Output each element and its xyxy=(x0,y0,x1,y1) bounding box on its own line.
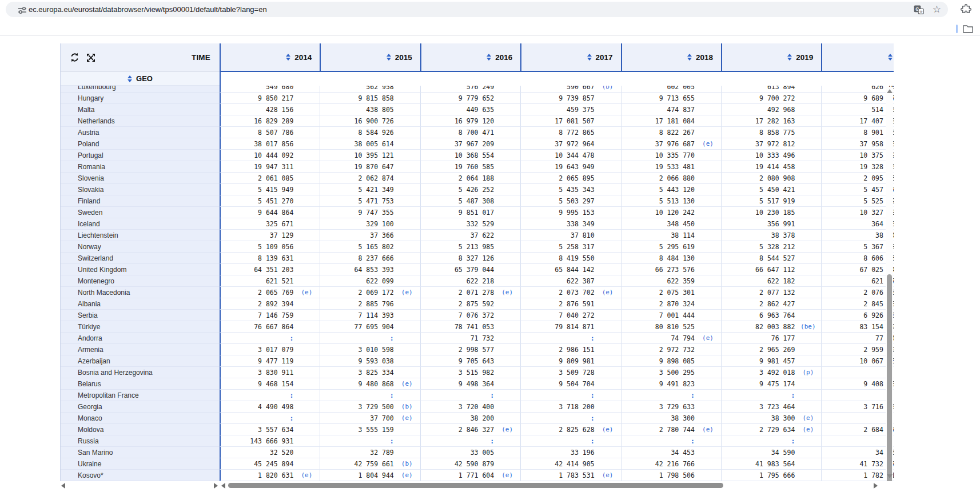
data-cell[interactable]: 38 200 xyxy=(420,413,520,424)
data-cell[interactable]: : xyxy=(621,390,721,401)
data-cell[interactable]: 10 333 496 xyxy=(721,150,821,161)
url-bar[interactable]: ec.europa.eu/eurostat/databrowser/view/t… xyxy=(6,2,948,17)
data-cell[interactable]: 3 010 598 xyxy=(320,344,420,355)
data-cell[interactable]: : xyxy=(721,435,821,447)
data-cell[interactable]: 9 850 217 xyxy=(220,93,320,104)
data-cell[interactable]: 37 700(e) xyxy=(320,413,420,424)
data-cell[interactable]: 5 109 056 xyxy=(220,241,320,253)
data-cell[interactable]: 9 689 37 xyxy=(821,93,894,104)
data-cell[interactable]: 2 095 86 xyxy=(821,173,894,184)
data-cell[interactable]: 9 468 154 xyxy=(220,378,320,390)
data-cell[interactable]: : xyxy=(220,413,320,424)
year-header-2017[interactable]: 2017 xyxy=(520,43,620,72)
data-cell[interactable]: 10 067 10 xyxy=(821,355,894,367)
sort-icon[interactable] xyxy=(487,54,491,61)
swap-axes-icon[interactable] xyxy=(70,53,79,62)
data-cell[interactable]: 2 073 702(e) xyxy=(520,287,620,298)
data-cell[interactable]: 64 351 203 xyxy=(220,264,320,275)
data-cell[interactable]: 7 076 372 xyxy=(420,310,520,321)
data-cell[interactable]: 5 258 317 xyxy=(520,241,620,253)
data-cell[interactable]: 10 368 554 xyxy=(420,150,520,161)
data-cell[interactable]: 19 643 949 xyxy=(520,161,620,173)
sort-icon[interactable] xyxy=(387,54,391,61)
data-cell[interactable]: 8 484 130 xyxy=(621,253,721,264)
data-cell[interactable]: 66 273 576 xyxy=(621,264,721,275)
data-hscrollbar[interactable] xyxy=(220,482,894,490)
data-cell[interactable]: 549 680 xyxy=(220,86,320,93)
data-cell[interactable]: 19 414 458 xyxy=(721,161,821,173)
vertical-scroll-thumb[interactable] xyxy=(887,274,892,481)
geo-cell[interactable]: Finland xyxy=(61,195,220,207)
data-cell[interactable]: 2 065 769(e) xyxy=(220,287,320,298)
data-cell[interactable]: 3 723 464 xyxy=(721,401,821,413)
data-cell[interactable]: 37 972 964 xyxy=(520,138,620,150)
data-cell[interactable]: 17 181 084 xyxy=(621,115,721,127)
expand-table-icon[interactable] xyxy=(86,53,95,62)
data-cell[interactable]: 2 885 796 xyxy=(320,298,420,310)
data-cell[interactable]: 37 958 13 xyxy=(821,138,894,150)
data-cell[interactable]: 2 077 132 xyxy=(721,287,821,298)
data-cell[interactable]: 9 809 981 xyxy=(520,355,620,367)
data-cell[interactable]: 64 853 393 xyxy=(320,264,420,275)
data-cell[interactable]: 38 017 856 xyxy=(220,138,320,150)
data-cell[interactable]: : xyxy=(420,390,520,401)
data-cell[interactable]: 2 075 301 xyxy=(621,287,721,298)
data-cell[interactable]: 2 076 25 xyxy=(821,287,894,298)
geo-cell[interactable]: Monaco xyxy=(61,413,220,424)
data-cell[interactable]: 613 894 xyxy=(721,86,821,93)
data-cell[interactable]: 10 344 478 xyxy=(520,150,620,161)
data-cell[interactable]: 37 972 812 xyxy=(721,138,821,150)
data-cell[interactable]: 37 622 xyxy=(420,230,520,241)
data-cell[interactable]: 37 129 xyxy=(220,230,320,241)
data-cell[interactable]: 19 947 311 xyxy=(220,161,320,173)
data-cell[interactable]: 5 503 297 xyxy=(520,195,620,207)
extensions-icon[interactable] xyxy=(960,3,972,15)
data-cell[interactable]: 8 139 631 xyxy=(220,253,320,264)
geo-header-cell[interactable]: GEO xyxy=(61,72,220,86)
data-cell[interactable]: 38 300 xyxy=(621,413,721,424)
data-cell[interactable]: 622 182 xyxy=(721,275,821,287)
data-cell[interactable]: 5 487 308 xyxy=(420,195,520,207)
data-cell[interactable]: 8 858 775 xyxy=(721,127,821,138)
geo-cell[interactable]: Luxembourg xyxy=(61,86,220,93)
data-cell[interactable]: : xyxy=(520,390,620,401)
sort-icon[interactable] xyxy=(587,54,592,61)
data-cell[interactable]: 9 898 085 xyxy=(621,355,721,367)
data-cell[interactable]: : xyxy=(621,435,721,447)
data-cell[interactable]: 9 700 272 xyxy=(721,93,821,104)
data-cell[interactable]: 9 475 174 xyxy=(721,378,821,390)
data-cell[interactable]: 622 218 xyxy=(420,275,520,287)
geo-cell[interactable]: Montenegro xyxy=(61,275,220,287)
data-cell[interactable]: 8 822 267 xyxy=(621,127,721,138)
data-cell[interactable]: 2 684 77 xyxy=(821,424,894,435)
data-cell[interactable]: 2 965 269 xyxy=(721,344,821,355)
data-cell[interactable]: 622 359 xyxy=(621,275,721,287)
data-cell[interactable]: 3 500 295 xyxy=(621,367,721,378)
geo-cell[interactable]: North Macedonia xyxy=(61,287,220,298)
data-cell[interactable]: 10 395 121 xyxy=(320,150,420,161)
data-cell[interactable]: 449 635 xyxy=(420,104,520,115)
data-cell[interactable]: 8 419 550 xyxy=(520,253,620,264)
data-cell[interactable]: : xyxy=(721,390,821,401)
scroll-left-arrow[interactable] xyxy=(221,483,225,489)
data-cell[interactable]: 9 504 704 xyxy=(520,378,620,390)
data-cell[interactable]: 9 480 868(e) xyxy=(320,378,420,390)
data-cell[interactable]: 66 647 112 xyxy=(721,264,821,275)
data-cell[interactable]: 8 327 126 xyxy=(420,253,520,264)
data-cell[interactable]: 2 998 577 xyxy=(420,344,520,355)
sort-icon[interactable] xyxy=(286,54,290,61)
data-cell[interactable]: 9 739 857 xyxy=(520,93,620,104)
data-cell[interactable]: 3 718 200 xyxy=(520,401,620,413)
data-cell[interactable]: 9 408 35 xyxy=(821,378,894,390)
year-header-2020[interactable]: 2020 xyxy=(821,43,894,72)
data-cell[interactable]: 2 780 744(e) xyxy=(621,424,721,435)
geo-cell[interactable]: Netherlands xyxy=(61,115,220,127)
data-cell[interactable]: 10 335 770 xyxy=(621,150,721,161)
data-cell[interactable]: 2 972 732 xyxy=(621,344,721,355)
data-cell[interactable]: 5 457 87 xyxy=(821,184,894,195)
year-header-2015[interactable]: 2015 xyxy=(320,43,420,72)
data-cell[interactable]: 19 870 647 xyxy=(320,161,420,173)
data-cell[interactable]: 3 515 982 xyxy=(420,367,520,378)
data-cell[interactable]: 9 477 119 xyxy=(220,355,320,367)
data-cell[interactable]: 459 375 xyxy=(520,104,620,115)
